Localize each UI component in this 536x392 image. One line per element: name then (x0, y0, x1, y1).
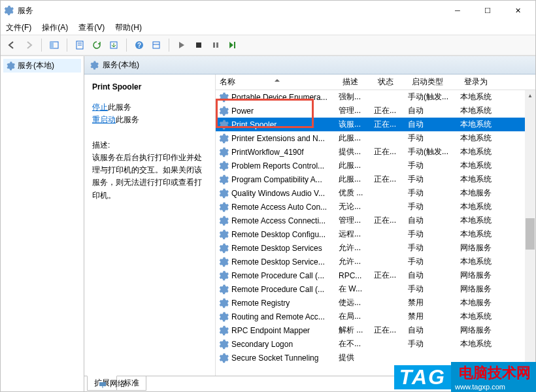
table-row[interactable]: RPC Endpoint Mapper解析 ...正在...自动网络服务 (216, 323, 535, 337)
cell-desc: 优质 ... (339, 188, 374, 199)
refresh-button[interactable] (90, 38, 104, 52)
cell-logon: 本地系统 (460, 229, 506, 240)
table-row[interactable]: Remote Registry使远...禁用本地服务 (216, 296, 535, 310)
cell-desc: 在局... (339, 311, 374, 322)
table-row[interactable]: Remote Access Connecti...管理...正在...自动本地系… (216, 214, 535, 227)
stop-button[interactable] (192, 38, 206, 52)
cell-start: 自动 (408, 215, 460, 226)
cell-desc: 管理... (339, 105, 374, 116)
menu-action[interactable]: 操作(A) (42, 22, 68, 33)
table-row[interactable]: Power管理...正在...自动本地系统 (216, 104, 535, 118)
titlebar[interactable]: 服务 ─ ☐ ✕ (1, 1, 535, 20)
gear-icon (218, 106, 229, 116)
cell-status: 正在... (374, 325, 408, 336)
table-row[interactable]: Routing and Remote Acc...在局...禁用本地系统 (216, 310, 535, 323)
pause-button[interactable] (209, 38, 223, 52)
cell-name: Remote Desktop Service... (231, 257, 339, 267)
cell-logon: 本地系统 (460, 119, 506, 130)
cell-logon: 本地系统 (460, 146, 506, 157)
watermark: TAG 电脑技术网 www.tagxp.com (394, 362, 536, 392)
gear-icon (218, 353, 229, 363)
cell-status: 正在... (374, 119, 408, 130)
help-button[interactable]: ? (132, 38, 146, 52)
svg-rect-10 (196, 42, 201, 48)
cell-name: Quality Windows Audio V... (231, 189, 339, 198)
menu-file[interactable]: 文件(F) (6, 22, 31, 33)
cell-desc: 使远... (339, 297, 374, 308)
menu-view[interactable]: 查看(V) (78, 22, 105, 33)
cell-name: Remote Desktop Configu... (231, 230, 339, 239)
close-button[interactable]: ✕ (503, 1, 533, 20)
table-row[interactable]: Remote Desktop Services允许...手动网络服务 (216, 241, 535, 255)
watermark-text: 电脑技术网 (459, 363, 531, 383)
table-row[interactable]: Printer Extensions and N...此服...手动本地系统 (216, 131, 535, 145)
gear-icon (218, 161, 229, 171)
cell-name: Remote Procedure Call (... (231, 285, 339, 294)
table-row[interactable]: Secondary Logon在不...手动本地系统 (216, 337, 535, 351)
table-row[interactable]: Remote Desktop Service...允许...手动本地系统 (216, 255, 535, 269)
col-status[interactable]: 状态 (374, 76, 408, 88)
col-name[interactable]: 名称 (216, 76, 339, 88)
scroll-thumb[interactable] (526, 218, 535, 250)
col-logon[interactable]: 登录为 (460, 76, 506, 88)
gear-icon (90, 61, 99, 70)
main-header-label: 服务(本地) (103, 59, 139, 71)
table-row[interactable]: Problem Reports Control...此服...手动本地系统 (216, 159, 535, 172)
table-row[interactable]: Program Compatibility A...此服...正在...手动本地… (216, 172, 535, 186)
cell-desc: 该服... (339, 119, 374, 130)
restart-link[interactable]: 重启动 (92, 115, 116, 124)
nav-tree[interactable]: 服务(本地) (1, 56, 84, 391)
service-name: Print Spooler (92, 81, 207, 93)
back-button[interactable] (5, 38, 19, 52)
gear-icon (218, 229, 229, 240)
table-row[interactable]: PrintWorkflow_4190f提供...正在...手动(触发...本地系… (216, 145, 535, 159)
properties-button[interactable] (73, 38, 87, 52)
minimize-button[interactable]: ─ (443, 1, 473, 20)
cell-name: RPC Endpoint Mapper (231, 326, 339, 335)
col-desc[interactable]: 描述 (339, 76, 374, 88)
cell-status: 正在... (374, 174, 408, 185)
cell-desc: 此服... (339, 133, 374, 144)
cell-start: 自动 (408, 325, 460, 336)
menu-help[interactable]: 帮助(H) (115, 22, 142, 33)
table-row[interactable]: Quality Windows Audio V...优质 ...手动本地服务 (216, 186, 535, 200)
window-title: 服务 (18, 5, 443, 16)
maximize-button[interactable]: ☐ (473, 1, 503, 20)
start-button[interactable] (175, 38, 189, 52)
svg-text:?: ? (137, 42, 141, 49)
export-button[interactable] (107, 38, 121, 52)
restart-line: 重启动此服务 (92, 114, 207, 126)
table-row[interactable]: Remote Desktop Configu...远程...手动本地系统 (216, 227, 535, 241)
service-list: 名称 描述 状态 启动类型 登录为 Portable Device Enumer… (215, 74, 535, 376)
gear-icon (218, 257, 229, 267)
cell-desc: RPC... (339, 271, 374, 280)
col-start[interactable]: 启动类型 (408, 76, 460, 88)
table-row[interactable]: Remote Procedure Call (...RPC...正在...自动网… (216, 269, 535, 282)
scrollbar[interactable]: ▲ ▼ (525, 90, 535, 376)
show-hide-button[interactable] (47, 38, 61, 52)
cell-start: 手动 (408, 174, 460, 185)
table-row[interactable]: Portable Device Enumera...强制...手动(触发...本… (216, 90, 535, 104)
scroll-up-button[interactable]: ▲ (525, 90, 535, 101)
nav-root-label: 服务(本地) (18, 60, 54, 71)
detail-pane: Print Spooler 停止此服务 重启动此服务 描述: 该服务在后台执行打… (84, 74, 215, 376)
cell-logon: 本地系统 (460, 105, 506, 116)
gear-icon (218, 325, 229, 336)
cell-name: Portable Device Enumera... (231, 93, 339, 102)
table-row[interactable]: Remote Access Auto Con...无论...手动本地系统 (216, 200, 535, 214)
forward-button[interactable] (22, 38, 36, 52)
services-icon (3, 5, 14, 16)
body: 服务(本地) 服务(本地) Print Spooler 停止此服务 重启动此服务… (1, 56, 535, 391)
restart-button[interactable] (226, 38, 240, 52)
cell-start: 自动 (408, 119, 460, 130)
cell-start: 手动 (408, 160, 460, 171)
cell-desc: 在不... (339, 338, 374, 350)
help2-button[interactable] (149, 38, 163, 52)
nav-services-local[interactable]: 服务(本地) (3, 59, 81, 73)
table-row[interactable]: Print Spooler该服...正在...自动本地系统 (216, 118, 535, 131)
table-row[interactable]: Remote Procedure Call (...在 W...手动网络服务 (216, 282, 535, 296)
cell-logon: 本地系统 (460, 256, 506, 267)
cell-start: 手动 (408, 338, 460, 350)
stop-link[interactable]: 停止 (92, 103, 108, 112)
gear-icon (218, 312, 229, 322)
